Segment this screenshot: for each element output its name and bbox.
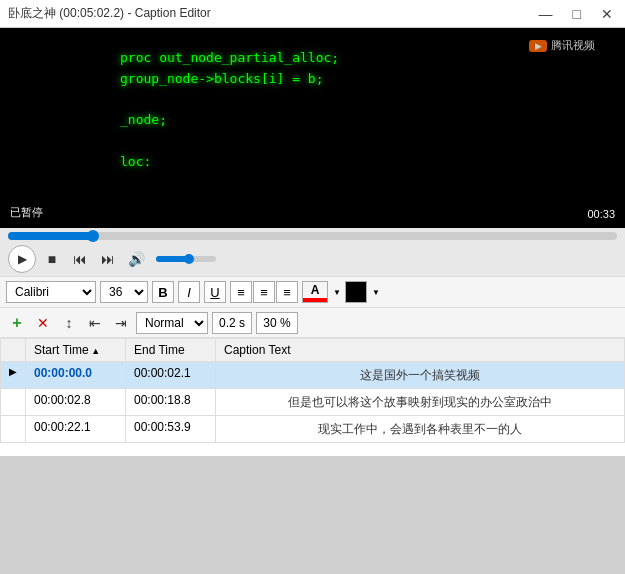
watermark-text: 腾讯视频 — [551, 38, 595, 53]
volume-thumb[interactable] — [184, 254, 194, 264]
align-group: ≡ ≡ ≡ — [230, 281, 298, 303]
start-time-1: 00:00:00.0 — [26, 362, 126, 389]
next-frame-button[interactable]: ⏭ — [96, 247, 120, 271]
font-color-label: A — [303, 282, 327, 298]
col-caption-text-header[interactable]: Caption Text — [216, 339, 625, 362]
format-toolbar: Calibri 36 B I U ≡ ≡ ≡ A ▼ ▼ — [0, 276, 625, 308]
video-code-overlay: proc out_node_partial_alloc; group_node-… — [120, 48, 339, 173]
video-status: 已暂停 — [10, 205, 43, 220]
code-line-6: loc: — [120, 152, 339, 173]
bg-color-dropdown-arrow[interactable]: ▼ — [372, 288, 380, 297]
window-title: 卧底之神 (00:05:02.2) - Caption Editor — [8, 5, 211, 22]
caption-text-3: 现实工作中，会遇到各种表里不一的人 — [216, 416, 625, 443]
stop-button[interactable]: ■ — [40, 247, 64, 271]
progress-bar-area — [0, 228, 625, 242]
col-end-time-header[interactable]: End Time — [126, 339, 216, 362]
minimize-button[interactable]: — — [535, 6, 557, 22]
style-select[interactable]: Normal Title Subtitle — [136, 312, 208, 334]
end-time-2: 00:00:18.8 — [126, 389, 216, 416]
volume-button[interactable]: 🔊 — [124, 247, 148, 271]
video-player[interactable]: proc out_node_partial_alloc; group_node-… — [0, 28, 625, 228]
code-line-4: _node; — [120, 110, 339, 131]
caption-toolbar: + ✕ ↕ ⇤ ⇥ Normal Title Subtitle — [0, 308, 625, 338]
bold-button[interactable]: B — [152, 281, 174, 303]
main-content: proc out_node_partial_alloc; group_node-… — [0, 28, 625, 574]
size-select[interactable]: 36 — [100, 281, 148, 303]
caption-text-2: 但是也可以将这个故事映射到现实的办公室政治中 — [216, 389, 625, 416]
row-arrow-2 — [1, 389, 26, 416]
caption-text-1: 这是国外一个搞笑视频 — [216, 362, 625, 389]
controls-row: ▶ ■ ⏮ ⏭ 🔊 — [0, 242, 625, 276]
position-percent-input[interactable] — [256, 312, 298, 334]
italic-button[interactable]: I — [178, 281, 200, 303]
volume-track[interactable] — [156, 256, 216, 262]
table-section: Start Time End Time Caption Text ▶ 00:00… — [0, 338, 625, 574]
code-line-1: proc out_node_partial_alloc; — [120, 48, 339, 69]
sort-caption-button[interactable]: ↕ — [58, 312, 80, 334]
col-arrow-header — [1, 339, 26, 362]
title-bar: 卧底之神 (00:05:02.2) - Caption Editor — □ ✕ — [0, 0, 625, 28]
progress-track[interactable] — [8, 232, 617, 240]
window-controls: — □ ✕ — [535, 6, 617, 22]
align-right-button[interactable]: ≡ — [276, 281, 298, 303]
table-header: Start Time End Time Caption Text — [1, 339, 625, 362]
align-left-button[interactable]: ≡ — [230, 281, 252, 303]
play-button[interactable]: ▶ — [8, 245, 36, 273]
time-offset-input[interactable] — [212, 312, 252, 334]
font-color-underline — [303, 298, 327, 302]
code-line-3 — [120, 90, 339, 111]
caption-table: Start Time End Time Caption Text ▶ 00:00… — [0, 338, 625, 443]
add-caption-button[interactable]: + — [6, 312, 28, 334]
underline-button[interactable]: U — [204, 281, 226, 303]
end-time-1: 00:00:02.1 — [126, 362, 216, 389]
start-time-2: 00:00:02.8 — [26, 389, 126, 416]
row-arrow-1: ▶ — [1, 362, 26, 389]
maximize-button[interactable]: □ — [569, 6, 585, 22]
delete-caption-button[interactable]: ✕ — [32, 312, 54, 334]
video-watermark: ▶ 腾讯视频 — [529, 38, 595, 53]
start-time-3: 00:00:22.1 — [26, 416, 126, 443]
caption-table-area[interactable]: Start Time End Time Caption Text ▶ 00:00… — [0, 338, 625, 456]
end-time-3: 00:00:53.9 — [126, 416, 216, 443]
indent-right-button[interactable]: ⇥ — [110, 312, 132, 334]
prev-frame-button[interactable]: ⏮ — [68, 247, 92, 271]
caption-table-body: ▶ 00:00:00.0 00:00:02.1 这是国外一个搞笑视频 00:00… — [1, 362, 625, 443]
video-time: 00:33 — [587, 208, 615, 220]
row-arrow-3 — [1, 416, 26, 443]
code-line-2: group_node->blocks[i] = b; — [120, 69, 339, 90]
bg-color-swatch[interactable] — [345, 281, 367, 303]
table-row[interactable]: 00:00:02.8 00:00:18.8 但是也可以将这个故事映射到现实的办公… — [1, 389, 625, 416]
watermark-icon: ▶ — [529, 40, 547, 52]
progress-fill — [8, 232, 93, 240]
progress-thumb[interactable] — [87, 230, 99, 242]
bottom-empty-area — [0, 456, 625, 574]
table-row[interactable]: ▶ 00:00:00.0 00:00:02.1 这是国外一个搞笑视频 — [1, 362, 625, 389]
font-color-swatch[interactable]: A — [302, 281, 328, 303]
close-button[interactable]: ✕ — [597, 6, 617, 22]
table-row[interactable]: 00:00:22.1 00:00:53.9 现实工作中，会遇到各种表里不一的人 — [1, 416, 625, 443]
font-select[interactable]: Calibri — [6, 281, 96, 303]
indent-left-button[interactable]: ⇤ — [84, 312, 106, 334]
font-color-dropdown-arrow[interactable]: ▼ — [333, 288, 341, 297]
col-start-time-header[interactable]: Start Time — [26, 339, 126, 362]
code-line-5 — [120, 131, 339, 152]
align-center-button[interactable]: ≡ — [253, 281, 275, 303]
